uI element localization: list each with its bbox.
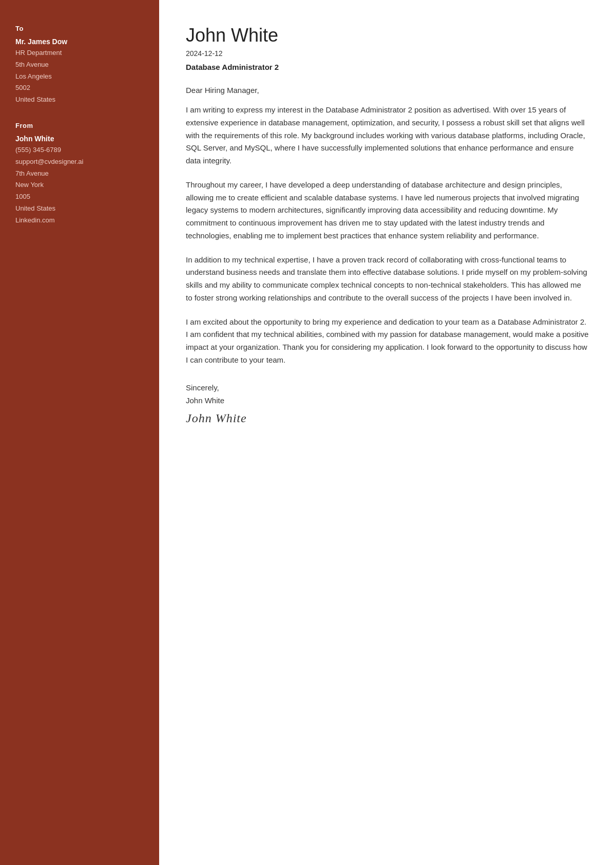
closing-text: Sincerely, — [186, 381, 589, 394]
main-content: John White 2024-12-12 Database Administr… — [159, 0, 616, 865]
to-label: To — [15, 25, 144, 32]
to-name: Mr. James Dow — [15, 37, 144, 46]
to-city: Los Angeles — [15, 71, 144, 82]
from-email: support@cvdesigner.ai — [15, 157, 144, 167]
from-name: John White — [15, 135, 144, 143]
signature-cursive: John White — [186, 411, 589, 425]
letter-date: 2024-12-12 — [186, 49, 589, 58]
paragraph-2: Throughout my career, I have developed a… — [186, 179, 589, 242]
paragraph-4: I am excited about the opportunity to br… — [186, 316, 589, 367]
paragraph-1: I am writing to express my interest in t… — [186, 104, 589, 167]
sidebar: To Mr. James Dow HR Department 5th Avenu… — [0, 0, 159, 865]
from-linkedin: Linkedin.com — [15, 215, 144, 226]
from-country: United States — [15, 203, 144, 214]
to-section: To Mr. James Dow HR Department 5th Avenu… — [15, 25, 144, 105]
from-label: From — [15, 122, 144, 129]
signature-block: Sincerely, John White John White — [186, 381, 589, 425]
paragraph-3: In addition to my technical expertise, I… — [186, 254, 589, 305]
to-country: United States — [15, 95, 144, 105]
greeting: Dear Hiring Manager, — [186, 86, 589, 95]
from-street: 7th Avenue — [15, 168, 144, 179]
signature-name: John White — [186, 394, 589, 407]
applicant-name: John White — [186, 25, 589, 46]
from-section: From John White (555) 345-6789 support@c… — [15, 122, 144, 226]
from-zip: 1005 — [15, 192, 144, 202]
to-street: 5th Avenue — [15, 60, 144, 70]
from-phone: (555) 345-6789 — [15, 145, 144, 156]
to-zip: 5002 — [15, 83, 144, 93]
job-position: Database Administrator 2 — [186, 63, 589, 71]
from-city: New York — [15, 180, 144, 191]
to-department: HR Department — [15, 48, 144, 59]
